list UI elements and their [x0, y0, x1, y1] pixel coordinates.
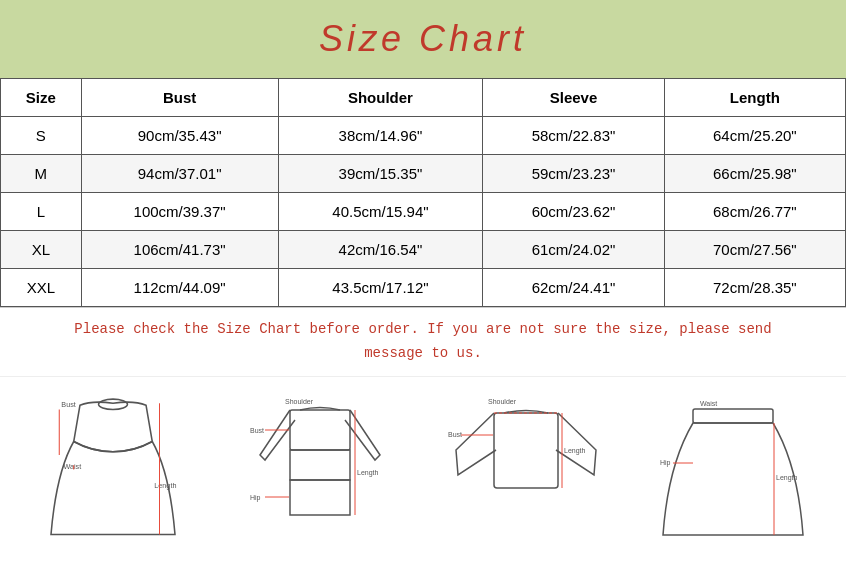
- svg-text:Shoulder: Shoulder: [285, 398, 314, 405]
- cell-length: 68cm/26.77": [664, 193, 845, 231]
- size-chart-header: Size Chart: [0, 0, 846, 78]
- cell-size: L: [1, 193, 82, 231]
- svg-text:Waist: Waist: [700, 400, 717, 407]
- svg-text:Waist: Waist: [64, 462, 82, 471]
- sweatshirt-diagram: Shoulder Bust Length: [436, 395, 616, 550]
- cell-length: 70cm/27.56": [664, 231, 845, 269]
- page-title: Size Chart: [319, 18, 527, 59]
- cell-bust: 94cm/37.01": [81, 155, 278, 193]
- notice-line1: Please check the Size Chart before order…: [74, 321, 771, 337]
- cell-shoulder: 40.5cm/15.94": [278, 193, 483, 231]
- svg-text:Bust: Bust: [62, 400, 76, 409]
- cell-sleeve: 60cm/23.62": [483, 193, 664, 231]
- svg-text:Bust: Bust: [448, 431, 462, 438]
- svg-rect-10: [290, 480, 350, 515]
- cell-shoulder: 39cm/15.35": [278, 155, 483, 193]
- table-row: XXL112cm/44.09"43.5cm/17.12"62cm/24.41"7…: [1, 269, 846, 307]
- svg-point-6: [99, 399, 128, 409]
- cell-bust: 106cm/41.73": [81, 231, 278, 269]
- cell-shoulder: 43.5cm/17.12": [278, 269, 483, 307]
- cell-sleeve: 59cm/23.23": [483, 155, 664, 193]
- svg-text:Length: Length: [357, 469, 379, 477]
- svg-text:Length: Length: [776, 474, 798, 482]
- col-shoulder: Shoulder: [278, 79, 483, 117]
- table-row: M94cm/37.01"39cm/15.35"59cm/23.23"66cm/2…: [1, 155, 846, 193]
- col-sleeve: Sleeve: [483, 79, 664, 117]
- cell-length: 66cm/25.98": [664, 155, 845, 193]
- size-table: Size Bust Shoulder Sleeve Length S90cm/3…: [0, 78, 846, 307]
- cell-shoulder: 42cm/16.54": [278, 231, 483, 269]
- cell-length: 72cm/28.35": [664, 269, 845, 307]
- cell-shoulder: 38cm/14.96": [278, 117, 483, 155]
- cell-size: S: [1, 117, 82, 155]
- col-size: Size: [1, 79, 82, 117]
- cell-bust: 112cm/44.09": [81, 269, 278, 307]
- notice-text: Please check the Size Chart before order…: [0, 307, 846, 376]
- skirt-diagram: Waist Hip Length: [643, 395, 823, 550]
- cell-length: 64cm/25.20": [664, 117, 845, 155]
- cell-sleeve: 62cm/24.41": [483, 269, 664, 307]
- svg-text:Length: Length: [564, 447, 586, 455]
- col-length: Length: [664, 79, 845, 117]
- col-bust: Bust: [81, 79, 278, 117]
- notice-line2: message to us.: [364, 345, 482, 361]
- table-row: XL106cm/41.73"42cm/16.54"61cm/24.02"70cm…: [1, 231, 846, 269]
- svg-rect-18: [494, 413, 558, 488]
- cell-bust: 100cm/39.37": [81, 193, 278, 231]
- svg-text:Hip: Hip: [250, 494, 261, 502]
- cell-bust: 90cm/35.43": [81, 117, 278, 155]
- svg-rect-8: [290, 410, 350, 450]
- svg-text:Bust: Bust: [250, 427, 264, 434]
- svg-text:Shoulder: Shoulder: [488, 398, 517, 405]
- cell-size: XL: [1, 231, 82, 269]
- svg-text:Hip: Hip: [660, 459, 671, 467]
- longsleeve-dress-diagram: Shoulder Bust Length Hip: [230, 395, 410, 550]
- dress-diagram: Bust Waist Length: [23, 395, 203, 550]
- svg-rect-9: [290, 450, 350, 480]
- cell-sleeve: 58cm/22.83": [483, 117, 664, 155]
- svg-text:Length: Length: [155, 481, 177, 490]
- table-row: S90cm/35.43"38cm/14.96"58cm/22.83"64cm/2…: [1, 117, 846, 155]
- cell-sleeve: 61cm/24.02": [483, 231, 664, 269]
- svg-rect-25: [693, 409, 773, 423]
- cell-size: XXL: [1, 269, 82, 307]
- diagram-row: Bust Waist Length Shoulder: [0, 376, 846, 560]
- cell-size: M: [1, 155, 82, 193]
- table-row: L100cm/39.37"40.5cm/15.94"60cm/23.62"68c…: [1, 193, 846, 231]
